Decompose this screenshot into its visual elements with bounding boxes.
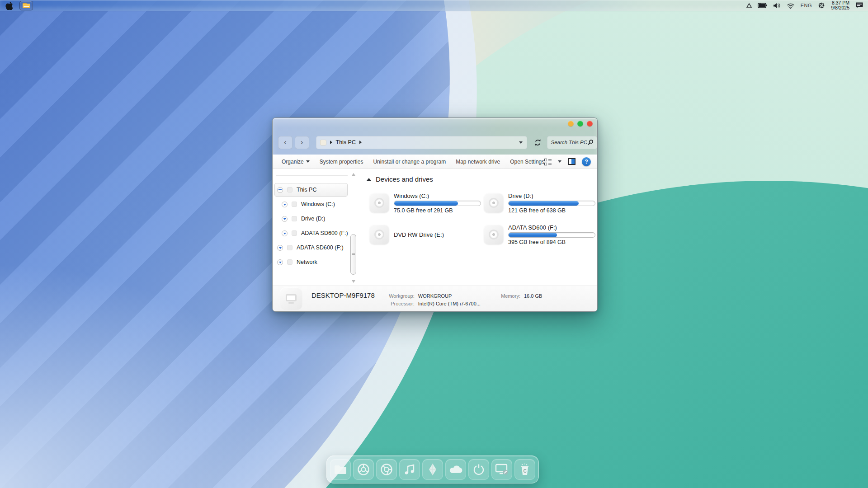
drive-mini-icon — [287, 245, 292, 250]
scrollbar-thumb[interactable] — [350, 234, 356, 275]
explorer-window: ‹ › This PC Search This PC — [272, 117, 598, 312]
back-button[interactable]: ‹ — [278, 136, 292, 149]
sidebar-item-adata-sd600-f[interactable]: ADATA SD600 (F:) — [273, 226, 349, 240]
dock-cleaner-trash-icon[interactable]: C — [514, 459, 535, 480]
drive-free-space: 395 GB free of 894 GB — [508, 239, 595, 245]
toolbar-item-system-properties[interactable]: System properties — [320, 159, 363, 165]
command-toolbar: OrganizeSystem propertiesUninstall or ch… — [273, 155, 597, 169]
search-box[interactable]: Search This PC — [547, 136, 597, 149]
menubar: ENG 8:37 PM 9/8/2025 — [0, 0, 868, 11]
drive-free-space: 75.0 GB free of 291 GB — [394, 207, 481, 214]
group-header[interactable]: Devices and drives — [367, 175, 595, 183]
drive-usage-bar — [394, 201, 481, 206]
clock[interactable]: 8:37 PM 9/8/2025 — [831, 0, 849, 10]
preview-pane-icon[interactable] — [568, 158, 576, 165]
address-bar[interactable]: This PC — [316, 136, 527, 149]
dock-display-settings-icon[interactable] — [491, 459, 512, 480]
collapse-group-icon[interactable] — [367, 178, 371, 181]
tree-expander-icon[interactable] — [277, 259, 283, 265]
dock-cloud-icon[interactable] — [445, 459, 466, 480]
dock: C — [326, 455, 539, 483]
tray-expand-icon[interactable] — [742, 3, 752, 8]
drive-item-windows-c[interactable]: Windows (C:)75.0 GB free of 291 GB — [369, 190, 484, 216]
forward-button[interactable]: › — [295, 136, 309, 149]
dock-file-explorer-icon[interactable] — [330, 459, 351, 480]
breadcrumb-path[interactable]: This PC — [336, 139, 356, 145]
sidebar-item-drive-d[interactable]: Drive (D:) — [273, 211, 349, 226]
organize-caret-icon — [306, 160, 310, 163]
minimize-button[interactable] — [568, 121, 574, 127]
desktop: ENG 8:37 PM 9/8/2025 — [0, 0, 868, 488]
drive-item-drive-d[interactable]: Drive (D:)121 GB free of 638 GB — [484, 190, 598, 216]
apple-menu-icon[interactable] — [5, 1, 13, 10]
toolbar-item-open-settings[interactable]: Open Settings — [510, 159, 544, 165]
drive-item-adata-sd600-f[interactable]: ADATA SD600 (F:)395 GB free of 894 GB — [484, 222, 598, 247]
tree-expander-icon[interactable] — [282, 216, 288, 222]
computer-icon — [280, 287, 302, 310]
active-app-tile[interactable] — [19, 1, 33, 10]
dock-gem-icon[interactable] — [422, 459, 443, 480]
language-indicator[interactable]: ENG — [801, 3, 812, 8]
drive-mini-icon — [292, 230, 297, 236]
breadcrumb-arrow-icon — [330, 141, 332, 144]
sidebar-item-this-pc[interactable]: This PC — [273, 183, 349, 197]
drive-name: DVD RW Drive (E:) — [394, 231, 481, 238]
dock-control-wheel-icon[interactable] — [353, 459, 374, 480]
memory-pair: Memory: 16.0 GB — [492, 293, 542, 299]
clock-date: 9/8/2025 — [831, 5, 849, 10]
help-button[interactable]: ? — [582, 157, 591, 166]
workgroup-pair: Workgroup: WORKGROUP — [387, 293, 481, 299]
close-button[interactable] — [587, 121, 593, 127]
wifi-icon[interactable] — [787, 3, 795, 9]
drive-name: Windows (C:) — [394, 192, 481, 199]
drive-mini-icon — [287, 259, 292, 265]
sidebar-scrollbar[interactable] — [350, 172, 357, 284]
dock-power-icon[interactable] — [468, 459, 489, 480]
settings-gear-icon[interactable] — [818, 2, 825, 9]
sidebar-divider — [276, 175, 348, 176]
scroll-up-icon[interactable] — [352, 173, 355, 176]
scroll-down-icon[interactable] — [352, 280, 355, 283]
refresh-button[interactable] — [532, 136, 544, 149]
drive-icon — [369, 225, 389, 244]
sidebar-item-network[interactable]: Network — [273, 255, 349, 269]
drive-mini-icon — [292, 202, 297, 207]
dock-chrome-browser-icon[interactable] — [376, 459, 397, 480]
toolbar-item-uninstall-or-change-a-program[interactable]: Uninstall or change a program — [373, 159, 446, 165]
breadcrumb-arrow-icon — [359, 141, 362, 144]
drive-grid: Windows (C:)75.0 GB free of 291 GBDrive … — [369, 190, 595, 247]
address-dropdown-icon[interactable] — [519, 141, 523, 144]
change-view-icon[interactable] — [544, 159, 552, 165]
sidebar-item-windows-c[interactable]: Windows (C:) — [273, 197, 349, 211]
tree-expander-icon[interactable] — [277, 245, 283, 251]
search-placeholder: Search This PC — [551, 140, 587, 145]
traffic-lights — [568, 121, 593, 127]
toolbar-item-organize[interactable]: Organize — [282, 159, 310, 165]
view-options-caret-icon[interactable] — [558, 160, 561, 163]
drive-icon — [369, 193, 389, 213]
tree-expander-icon[interactable] — [282, 230, 288, 236]
battery-icon[interactable] — [758, 3, 767, 8]
tree-expander-icon[interactable] — [277, 187, 283, 193]
drive-item-dvd-rw-drive-e[interactable]: DVD RW Drive (E:) — [369, 222, 484, 247]
computer-name: DESKTOP-M9F9178 — [311, 291, 375, 299]
drive-icon — [484, 193, 504, 213]
drive-free-space: 121 GB free of 638 GB — [508, 207, 595, 214]
notifications-icon[interactable] — [855, 2, 863, 9]
drive-name: ADATA SD600 (F:) — [508, 224, 595, 231]
status-bar: DESKTOP-M9F9178 Workgroup: WORKGROUP Mem… — [273, 286, 597, 311]
search-icon — [587, 139, 594, 145]
processor-pair: Processor: Intel(R) Core (TM) i7-6700... — [387, 301, 481, 306]
drive-mini-icon — [287, 187, 292, 192]
volume-icon[interactable] — [773, 3, 781, 9]
sidebar-item-adata-sd600-f[interactable]: ADATA SD600 (F:) — [273, 240, 349, 255]
zoom-button[interactable] — [577, 121, 583, 127]
drive-mini-icon — [292, 216, 297, 221]
navigation-row: ‹ › This PC Search This PC — [273, 135, 597, 150]
dock-music-icon[interactable] — [399, 459, 420, 480]
toolbar-item-map-network-drive[interactable]: Map network drive — [456, 159, 500, 165]
drive-usage-bar — [508, 201, 595, 206]
folder-tree: This PCWindows (C:)Drive (D:)ADATA SD600… — [273, 183, 349, 269]
drive-usage-bar — [508, 232, 595, 238]
tree-expander-icon[interactable] — [282, 202, 288, 207]
